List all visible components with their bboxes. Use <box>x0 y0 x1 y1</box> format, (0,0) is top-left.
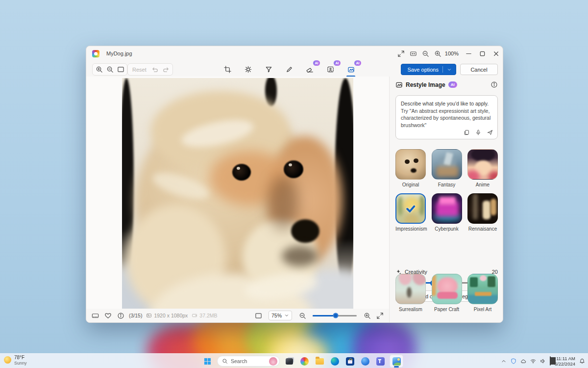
prompt-placeholder-line1: Describe what style you'd like to apply. <box>401 101 489 106</box>
crop-tool-button[interactable] <box>220 63 234 76</box>
style-option-rennaisance[interactable]: Rennaisance <box>467 193 498 232</box>
filter-tool-button[interactable] <box>262 63 275 76</box>
submit-prompt-button[interactable] <box>487 130 493 135</box>
style-option-surrealism[interactable]: Surrealism <box>395 274 426 312</box>
running-app-indicator <box>394 366 399 368</box>
filmstrip-icon <box>92 312 99 319</box>
style-option-original[interactable]: Original <box>395 149 426 187</box>
style-thumbnail[interactable] <box>432 193 462 224</box>
markup-tool-button[interactable] <box>282 63 296 76</box>
style-thumbnail[interactable] <box>395 274 426 304</box>
style-thumbnail[interactable] <box>467 193 498 224</box>
erase-tool-button[interactable]: AI <box>303 63 317 76</box>
store-icon <box>346 357 354 366</box>
notifications-button[interactable] <box>579 358 585 364</box>
tray-overflow-button[interactable] <box>501 358 507 364</box>
onedrive-tray-button[interactable] <box>520 358 526 364</box>
save-options-button[interactable]: Save options <box>401 64 456 75</box>
edge-button[interactable] <box>329 355 341 367</box>
style-option-impressionism[interactable]: Impressionism <box>395 193 426 232</box>
style-option-cyberpunk[interactable]: Cyberpunk <box>432 193 462 232</box>
expand-diagonal-icon <box>376 312 384 319</box>
dev-home-button[interactable] <box>359 355 371 367</box>
minimize-button[interactable] <box>462 46 475 61</box>
style-option-pixel-art[interactable]: Pixel Art <box>467 274 498 312</box>
statusbar-zoom-out-button[interactable] <box>296 309 309 322</box>
taskbar-search-box[interactable]: Search <box>217 356 280 367</box>
filmstrip-button[interactable] <box>89 309 101 322</box>
shield-icon <box>511 358 516 364</box>
adjustment-tool-button[interactable] <box>241 63 255 76</box>
style-thumbnail[interactable] <box>395 149 426 180</box>
actual-size-button[interactable] <box>407 47 419 60</box>
style-label: Original <box>395 182 426 187</box>
canvas-zoom-slider[interactable] <box>313 315 357 316</box>
battery-tray-button[interactable] <box>550 357 551 366</box>
voice-input-button[interactable] <box>475 130 481 135</box>
slider-thumb[interactable] <box>333 313 338 318</box>
start-button[interactable] <box>201 355 214 368</box>
statusbar-zoom-in-button[interactable] <box>361 309 373 322</box>
edit-tools: AI AI AI <box>220 63 358 76</box>
fullscreen-button[interactable] <box>373 309 386 322</box>
style-option-fantasy[interactable]: Fantasy <box>432 149 462 187</box>
weather-widget[interactable]: 78°F Sunny <box>4 355 27 366</box>
style-thumbnail[interactable] <box>432 274 462 304</box>
undo-icon <box>151 66 159 73</box>
reset-button[interactable]: Reset <box>129 67 150 73</box>
edit-toolbar: Reset <box>86 63 503 77</box>
fit-view-button[interactable] <box>252 309 265 322</box>
file-info-button[interactable] <box>114 309 127 322</box>
undo-button[interactable] <box>150 64 161 75</box>
style-label: Pixel Art <box>467 307 498 312</box>
fullscreen-toggle-button[interactable] <box>395 47 407 60</box>
maximize-button[interactable] <box>475 46 489 61</box>
style-label: Surrealism <box>395 307 426 312</box>
search-icon <box>222 358 228 364</box>
cloud-icon <box>520 358 526 364</box>
style-option-paper-craft[interactable]: Paper Craft <box>432 274 462 312</box>
copilot-button[interactable] <box>298 355 310 367</box>
style-thumbnail[interactable] <box>467 149 498 180</box>
wifi-tray-button[interactable] <box>530 358 536 364</box>
canvas-zoom-in-button[interactable] <box>94 64 104 75</box>
sun-icon <box>4 356 11 364</box>
wifi-icon <box>530 358 536 364</box>
file-explorer-button[interactable] <box>314 355 325 367</box>
redo-button[interactable] <box>161 64 172 75</box>
style-prompt-input[interactable]: Describe what style you'd like to apply.… <box>395 95 498 139</box>
security-tray-button[interactable] <box>511 358 516 364</box>
style-label: Impressionism <box>395 226 426 232</box>
canvas-zoom-out-button[interactable] <box>104 64 115 75</box>
titlebar-zoom-out-button[interactable] <box>419 47 432 60</box>
task-view-button[interactable] <box>283 355 295 367</box>
style-thumbnail[interactable] <box>467 274 498 304</box>
titlebar-zoom-in-button[interactable] <box>432 47 444 60</box>
titlebar-zoom-level[interactable]: 100% <box>445 51 459 56</box>
close-button[interactable] <box>489 46 503 61</box>
zoom-percentage-select[interactable]: 75% <box>269 311 292 320</box>
style-option-anime[interactable]: Anime <box>467 149 498 187</box>
photos-app-window: MyDog.jpg 100% <box>86 46 503 323</box>
copy-prompt-button[interactable] <box>464 130 469 135</box>
favorite-button[interactable] <box>101 309 114 322</box>
restyle-tool-button[interactable]: AI <box>344 63 358 76</box>
cancel-button[interactable]: Cancel <box>460 64 498 75</box>
photos-taskbar-button-active[interactable] <box>390 355 403 368</box>
style-thumbnail-selected[interactable] <box>395 193 426 224</box>
titlebar[interactable]: MyDog.jpg 100% <box>86 46 503 61</box>
microsoft-store-button[interactable] <box>344 355 356 367</box>
volume-tray-button[interactable] <box>540 358 546 364</box>
panel-info-button[interactable] <box>490 81 498 88</box>
file-size-icon <box>192 313 197 318</box>
style-thumbnail[interactable] <box>432 149 462 180</box>
fit-to-window-button[interactable] <box>115 64 126 75</box>
teams-button[interactable] <box>374 355 386 367</box>
chevron-down-icon <box>284 313 289 318</box>
clock-widget[interactable]: 11:11 AM 6/22/2024 <box>555 356 575 367</box>
redo-icon <box>162 66 170 73</box>
minimize-icon <box>465 50 472 57</box>
background-tool-button[interactable]: AI <box>323 63 337 76</box>
filesize-value: 37.2MB <box>199 313 217 318</box>
speaker-icon <box>540 358 546 364</box>
